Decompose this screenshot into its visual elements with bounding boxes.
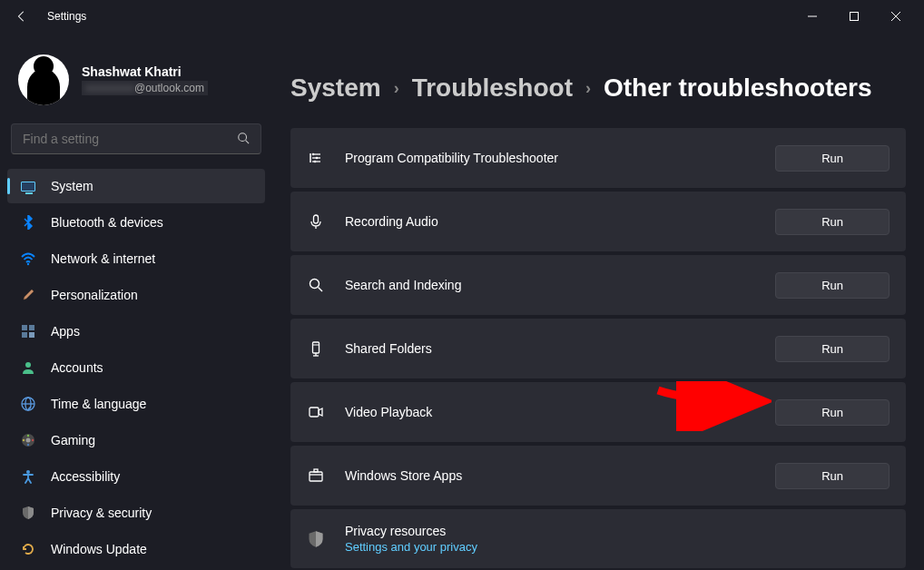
sidebar: Shashwat Khatri xxxxxxxxx@outlook.com Sy… <box>0 33 272 570</box>
privacy-link[interactable]: Settings and your privacy <box>345 540 477 554</box>
bluetooth-icon <box>20 214 36 231</box>
nav-item-windows-update[interactable]: Windows Update <box>7 532 265 566</box>
svg-rect-9 <box>22 332 27 338</box>
nav-label: Personalization <box>51 288 138 302</box>
troubleshooter-label: Windows Store Apps <box>345 468 755 483</box>
profile-info: Shashwat Khatri xxxxxxxxx@outlook.com <box>82 64 254 95</box>
apps-icon <box>20 323 36 339</box>
privacy-resources-row[interactable]: Privacy resources Settings and your priv… <box>290 509 906 568</box>
troubleshooter-row: Shared Folders Run <box>290 319 906 378</box>
svg-rect-39 <box>314 469 318 472</box>
breadcrumb: System › Troubleshoot › Other troublesho… <box>290 74 906 103</box>
crumb-system[interactable]: System <box>290 74 381 103</box>
nav-label: Accessibility <box>51 469 120 484</box>
nav-item-network-internet[interactable]: Network & internet <box>7 241 265 276</box>
svg-point-19 <box>27 444 29 446</box>
svg-point-27 <box>316 157 319 160</box>
svg-rect-8 <box>29 325 34 330</box>
nav-label: Bluetooth & devices <box>51 215 163 230</box>
wifi-icon <box>20 251 36 267</box>
svg-point-4 <box>239 133 247 141</box>
run-button[interactable]: Run <box>775 272 890 299</box>
svg-line-31 <box>319 288 323 292</box>
run-button[interactable]: Run <box>775 145 890 172</box>
accessibility-icon <box>20 468 36 485</box>
troubleshooter-row: Windows Store Apps Run <box>290 446 906 506</box>
nav-item-gaming[interactable]: Gaming <box>7 423 265 457</box>
shield-icon <box>307 530 325 548</box>
troubleshooter-row: Video Playback Run <box>290 382 906 442</box>
minimize-button[interactable] <box>791 2 833 31</box>
crumb-troubleshoot[interactable]: Troubleshoot <box>412 74 573 103</box>
globe-icon <box>20 396 36 412</box>
nav-item-privacy-security[interactable]: Privacy & security <box>7 496 265 530</box>
video-icon <box>307 403 325 421</box>
nav-item-personalization[interactable]: Personalization <box>7 278 265 312</box>
back-button[interactable] <box>7 2 36 31</box>
page-title: Other troubleshooters <box>604 74 872 103</box>
nav-item-time-language[interactable]: Time & language <box>7 387 265 421</box>
gaming-icon <box>20 432 36 448</box>
troubleshooter-label: Recording Audio <box>345 214 755 229</box>
nav-label: System <box>51 179 93 193</box>
display-icon <box>20 178 36 194</box>
troubleshooter-row: Search and Indexing Run <box>290 255 906 315</box>
svg-line-5 <box>246 140 250 143</box>
nav-item-bluetooth-devices[interactable]: Bluetooth & devices <box>7 205 265 240</box>
account-icon <box>20 359 36 376</box>
svg-rect-10 <box>29 332 34 338</box>
privacy-title: Privacy resources <box>345 524 477 538</box>
profile-name: Shashwat Khatri <box>82 64 254 79</box>
troubleshooter-row: Recording Audio Run <box>290 192 906 251</box>
nav-item-system[interactable]: System <box>7 169 265 203</box>
nav-label: Network & internet <box>51 251 155 266</box>
search-input[interactable] <box>23 132 237 146</box>
nav-label: Windows Update <box>51 542 147 556</box>
run-button[interactable]: Run <box>775 399 890 426</box>
avatar <box>18 54 69 105</box>
svg-point-6 <box>27 263 29 265</box>
nav-label: Time & language <box>51 397 146 411</box>
nav-item-apps[interactable]: Apps <box>7 314 265 349</box>
svg-point-16 <box>26 438 31 443</box>
svg-point-18 <box>32 439 34 441</box>
mic-icon <box>307 212 325 231</box>
troubleshooter-label: Video Playback <box>345 405 755 419</box>
troubleshooter-label: Search and Indexing <box>345 278 755 292</box>
svg-point-30 <box>310 280 319 289</box>
run-button[interactable]: Run <box>775 336 890 362</box>
shield-icon <box>20 505 36 521</box>
nav-label: Privacy & security <box>51 506 152 520</box>
troubleshooter-label: Shared Folders <box>345 341 755 356</box>
chevron-right-icon: › <box>394 79 399 98</box>
run-button[interactable]: Run <box>775 209 890 235</box>
update-icon <box>20 541 36 557</box>
back-arrow-icon <box>15 10 28 23</box>
troubleshooter-list: Program Compatibility Troubleshooter Run… <box>290 128 906 568</box>
svg-point-11 <box>25 362 31 368</box>
nav-item-accounts[interactable]: Accounts <box>7 350 265 385</box>
svg-rect-29 <box>314 215 319 223</box>
svg-rect-36 <box>310 408 319 417</box>
nav-label: Gaming <box>51 433 95 447</box>
shared-icon <box>307 339 325 358</box>
maximize-button[interactable] <box>833 2 875 31</box>
svg-point-17 <box>27 435 29 437</box>
svg-point-28 <box>314 161 317 163</box>
nav-label: Accounts <box>51 360 103 375</box>
search-icon <box>307 276 325 294</box>
nav-item-accessibility[interactable]: Accessibility <box>7 459 265 494</box>
store-icon <box>307 467 325 485</box>
titlebar: Settings <box>0 0 924 33</box>
close-button[interactable] <box>875 2 917 31</box>
run-button[interactable]: Run <box>775 463 890 489</box>
search-icon <box>237 132 250 147</box>
profile-section[interactable]: Shashwat Khatri xxxxxxxxx@outlook.com <box>7 47 265 123</box>
search-box[interactable] <box>11 123 261 154</box>
svg-rect-7 <box>22 325 27 330</box>
svg-rect-32 <box>313 342 319 353</box>
profile-email: xxxxxxxxx@outlook.com <box>82 81 208 95</box>
brush-icon <box>20 287 36 303</box>
app-title: Settings <box>47 10 86 23</box>
svg-point-26 <box>312 153 315 156</box>
